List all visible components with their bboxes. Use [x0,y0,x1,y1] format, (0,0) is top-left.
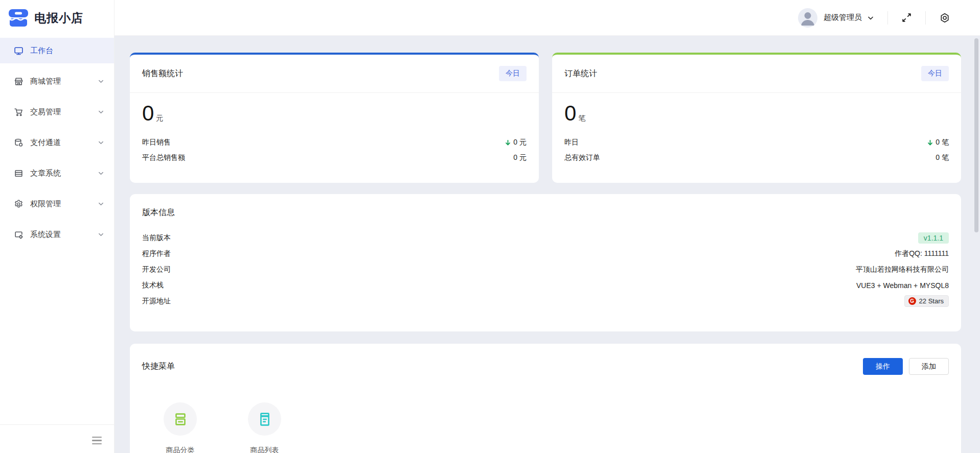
chevron-down-icon [98,140,104,146]
category-icon [164,402,197,436]
quick-item-label: 商品分类 [166,446,195,453]
header-divider [925,11,926,25]
sidebar-item-article[interactable]: 文章系统 [0,160,114,186]
version-row-label: 当前版本 [142,233,171,243]
stat-row: 总有效订单 0 笔 [564,150,949,165]
sidebar: 电报小店 工作台 商城管理 [0,0,115,453]
sidebar-item-label: 系统设置 [30,230,61,240]
sales-card-title: 销售额统计 [142,68,183,79]
stat-row-value: 0 元 [505,138,527,147]
stat-row-label: 昨日 [564,138,579,147]
action-button[interactable]: 操作 [863,358,903,375]
version-row-label: 技术栈 [142,281,164,290]
version-row: 当前版本 v1.1.1 [142,230,949,246]
version-row: 开发公司 平顶山若拉网络科技有限公司 [142,261,949,277]
version-row-label: 开源地址 [142,297,171,306]
quick-menu-title: 快捷菜单 [142,361,175,372]
add-button[interactable]: 添加 [909,358,949,375]
settings-nut-icon[interactable] [939,12,950,23]
header-divider [887,11,888,25]
shop-logo-icon [7,7,30,29]
main-content: 销售额统计 今日 0元 昨日销售 0 元 [115,36,980,453]
stat-row-label: 昨日销售 [142,138,171,147]
version-row-value: 作者QQ: 1111111 [895,249,949,258]
chevron-down-icon [98,171,104,176]
trend-down-icon [505,139,511,146]
stat-row: 昨日销售 0 元 [142,135,527,150]
version-row-label: 开发公司 [142,265,171,274]
sidebar-item-payment[interactable]: 支付通道 [0,130,114,155]
quick-menu-card: 快捷菜单 操作 添加 商品分类 商 [130,344,961,453]
sidebar-item-label: 支付通道 [30,138,61,148]
sidebar-item-mall[interactable]: 商城管理 [0,68,114,94]
version-row: 程序作者 作者QQ: 1111111 [142,246,949,261]
sidebar-divider [0,424,114,425]
chevron-down-icon [867,15,874,21]
orders-card-title: 订单统计 [564,68,597,79]
orders-unit: 笔 [578,114,585,122]
brand[interactable]: 电报小店 [0,0,114,36]
quick-item-product-category[interactable]: 商品分类 [164,402,197,453]
today-badge: 今日 [499,66,527,81]
chevron-down-icon [98,109,104,115]
chevron-down-icon [98,201,104,207]
user-menu[interactable]: 超级管理员 [798,8,874,28]
stat-row: 平台总销售额 0 元 [142,150,527,165]
fullscreen-icon[interactable] [901,12,912,23]
sidebar-item-label: 工作台 [30,46,53,56]
trend-down-icon [927,139,933,146]
gear-icon [14,199,24,209]
app-title: 电报小店 [34,10,83,26]
cart-icon [14,107,24,117]
sidebar-item-label: 商城管理 [30,77,61,86]
sidebar-item-workbench[interactable]: 工作台 [0,38,114,63]
orders-value: 0笔 [564,101,949,126]
version-info-card: 版本信息 当前版本 v1.1.1 程序作者 作者QQ: 1111111 开发公司… [130,194,961,331]
gitee-stars-badge[interactable]: G 22 Stars [904,295,949,307]
stat-row-value: 0 笔 [927,138,949,147]
orders-stats-card: 订单统计 今日 0笔 昨日 0 笔 [552,53,961,183]
version-row: 开源地址 G 22 Stars [142,293,949,309]
quick-item-product-list[interactable]: 商品列表 [248,402,281,453]
top-header: 超级管理员 [115,0,980,36]
monitor-icon [14,46,24,56]
stat-row-label: 平台总销售额 [142,153,185,162]
version-badge: v1.1.1 [918,232,949,244]
sidebar-menu: 工作台 商城管理 交易管理 [0,36,114,247]
gitee-icon: G [908,297,916,305]
chevron-down-icon [98,232,104,237]
shop-icon [14,77,24,86]
sidebar-item-label: 权限管理 [30,199,61,209]
payment-db-icon [14,138,24,148]
stat-row-value: 0 笔 [936,153,949,162]
list-icon [248,402,281,436]
sales-unit: 元 [156,114,163,122]
version-card-title: 版本信息 [142,207,949,218]
avatar [798,8,817,28]
sidebar-collapse-button[interactable] [92,437,102,444]
version-row: 技术栈 VUE3 + Webman + MYSQL8 [142,277,949,293]
version-row-value: VUE3 + Webman + MYSQL8 [856,281,949,290]
sales-stats-card: 销售额统计 今日 0元 昨日销售 0 元 [130,53,539,183]
stat-row-label: 总有效订单 [564,153,600,162]
today-badge: 今日 [921,66,949,81]
username: 超级管理员 [824,13,862,22]
stat-row: 昨日 0 笔 [564,135,949,150]
sidebar-item-trade[interactable]: 交易管理 [0,99,114,125]
quick-item-label: 商品列表 [250,446,279,453]
chevron-down-icon [98,79,104,84]
article-icon [14,169,24,178]
sales-value: 0元 [142,101,527,126]
stars-count: 22 Stars [919,297,944,305]
version-row-label: 程序作者 [142,249,171,258]
sidebar-item-label: 交易管理 [30,107,61,117]
sidebar-item-label: 文章系统 [30,169,61,178]
system-gear-icon [14,230,24,240]
stat-row-value: 0 元 [513,153,527,162]
sidebar-item-permission[interactable]: 权限管理 [0,191,114,217]
sidebar-item-system[interactable]: 系统设置 [0,222,114,247]
vertical-scrollbar[interactable] [974,38,978,232]
version-row-value: 平顶山若拉网络科技有限公司 [856,265,949,274]
